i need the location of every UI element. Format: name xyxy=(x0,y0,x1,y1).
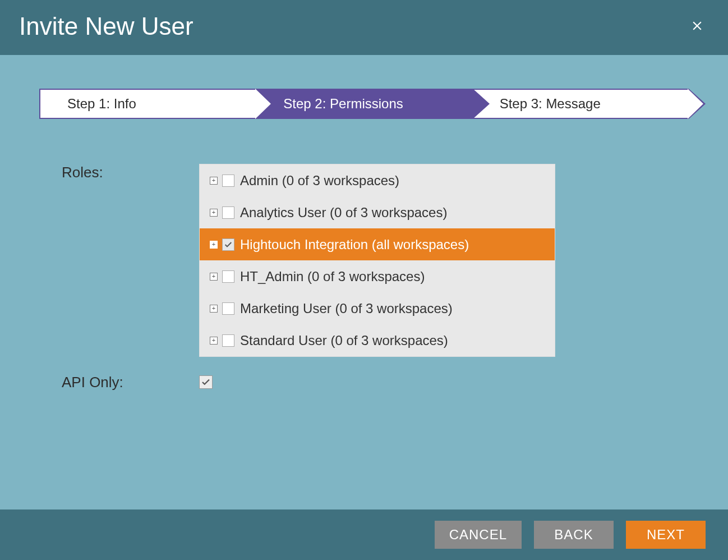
roles-list[interactable]: +Admin (0 of 3 workspaces)+Analytics Use… xyxy=(199,164,555,357)
api-only-checkbox[interactable] xyxy=(199,375,213,389)
close-icon xyxy=(690,19,704,33)
step-info[interactable]: Step 1: Info xyxy=(39,89,256,119)
role-item-label: Admin (0 of 3 workspaces) xyxy=(240,173,399,189)
checkmark-icon xyxy=(201,377,211,387)
next-button[interactable]: NEXT xyxy=(626,521,706,549)
step-label: Step 1: Info xyxy=(67,96,136,112)
plus-square-icon[interactable]: + xyxy=(210,241,218,249)
plus-square-icon[interactable]: + xyxy=(210,209,218,217)
role-item[interactable]: +Hightouch Integration (all workspaces) xyxy=(200,228,555,260)
step-permissions[interactable]: Step 2: Permissions xyxy=(256,89,472,119)
role-checkbox[interactable] xyxy=(222,238,234,251)
api-only-label: API Only: xyxy=(39,374,199,391)
step-label: Step 2: Permissions xyxy=(283,96,403,112)
role-item-label: Marketing User (0 of 3 workspaces) xyxy=(240,301,453,316)
role-checkbox[interactable] xyxy=(222,206,234,219)
step-message[interactable]: Step 3: Message xyxy=(473,89,689,119)
roles-label: Roles: xyxy=(39,164,199,181)
role-item[interactable]: +Admin (0 of 3 workspaces) xyxy=(200,164,555,196)
role-item[interactable]: +HT_Admin (0 of 3 workspaces) xyxy=(200,260,555,292)
dialog-header: Invite New User xyxy=(0,0,728,55)
wizard-stepper: Step 1: Info Step 2: Permissions Step 3:… xyxy=(39,89,689,119)
dialog-footer: CANCEL BACK NEXT xyxy=(0,509,728,560)
plus-square-icon[interactable]: + xyxy=(210,305,218,313)
step-label: Step 3: Message xyxy=(500,96,601,112)
role-item-label: Standard User (0 of 3 workspaces) xyxy=(240,333,448,348)
back-button[interactable]: BACK xyxy=(534,521,614,549)
plus-square-icon[interactable]: + xyxy=(210,177,218,185)
role-item[interactable]: +Analytics User (0 of 3 workspaces) xyxy=(200,196,555,228)
role-checkbox[interactable] xyxy=(222,175,234,187)
dialog-body: Step 1: Info Step 2: Permissions Step 3:… xyxy=(0,55,728,430)
plus-square-icon[interactable]: + xyxy=(210,337,218,345)
role-checkbox[interactable] xyxy=(222,270,234,283)
role-checkbox[interactable] xyxy=(222,334,234,347)
role-item-label: HT_Admin (0 of 3 workspaces) xyxy=(240,269,425,284)
cancel-button[interactable]: CANCEL xyxy=(435,521,522,549)
roles-row: Roles: +Admin (0 of 3 workspaces)+Analyt… xyxy=(39,164,689,357)
checkmark-icon xyxy=(224,240,233,249)
role-item[interactable]: +Standard User (0 of 3 workspaces) xyxy=(200,324,555,356)
api-only-row: API Only: xyxy=(39,374,689,391)
plus-square-icon[interactable]: + xyxy=(210,273,218,281)
role-item-label: Hightouch Integration (all workspaces) xyxy=(240,237,469,253)
close-button[interactable] xyxy=(685,15,709,38)
role-item[interactable]: +Marketing User (0 of 3 workspaces) xyxy=(200,292,555,324)
role-item-label: Analytics User (0 of 3 workspaces) xyxy=(240,205,447,221)
role-checkbox[interactable] xyxy=(222,302,234,315)
dialog-title: Invite New User xyxy=(19,12,193,40)
